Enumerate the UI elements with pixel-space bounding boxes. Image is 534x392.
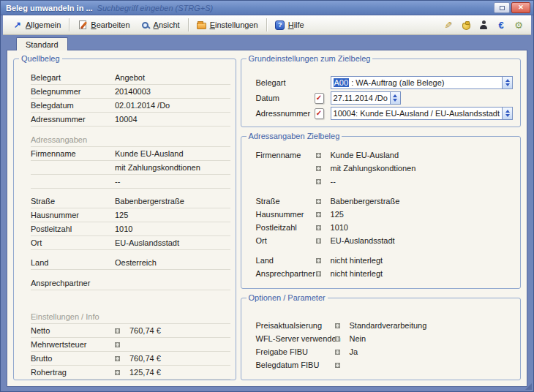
pen-icon[interactable]: ✎ xyxy=(443,20,454,30)
menu-hilfe[interactable]: ? Hilfe xyxy=(270,18,309,32)
grid-bullet-icon xyxy=(335,363,340,368)
field-row: FirmennameKunde EU-Ausland xyxy=(31,147,230,161)
toolbar-separator xyxy=(266,18,267,31)
grid-bullet-icon xyxy=(316,271,321,276)
field-label: Ort xyxy=(256,236,316,245)
datum-row: Datum ✓ 27.11.2014 /Do xyxy=(256,91,514,105)
field-row: StraßeBabenbergerstraße xyxy=(256,195,514,208)
field-label: Straße xyxy=(256,197,316,206)
field-row: Belegdatum02.01.2014 /Do xyxy=(31,99,230,113)
window-buttons: ✕ xyxy=(494,2,530,13)
close-button[interactable]: ✕ xyxy=(511,2,530,13)
folder-icon xyxy=(197,20,207,30)
field-label: Ansprechpartner xyxy=(256,269,316,278)
groupbox-legend: Grundeinstellungen zum Zielbeleg xyxy=(247,54,373,63)
euro-icon[interactable]: € xyxy=(496,20,506,30)
field-value: EU-Auslandsstadt xyxy=(331,236,514,245)
field-row: Adressnummer10004 xyxy=(31,113,230,127)
spinner-button[interactable] xyxy=(390,92,400,104)
field-row: Hausnummer125 xyxy=(31,208,230,222)
field-row: Belegdatum FIBU xyxy=(256,358,514,372)
field-value: Babenbergerstraße xyxy=(115,197,230,206)
field-row: LandOesterreich xyxy=(31,256,230,270)
gear-icon[interactable]: ⚙ xyxy=(514,20,524,30)
grid-bullet-icon xyxy=(316,212,321,217)
right-column: Grundeinstellungen zum Zielbeleg Belegar… xyxy=(241,55,521,380)
field-value: 20140003 xyxy=(115,87,230,96)
belegart-dropdown[interactable]: A00 : WA-Auftrag (alle Belege) xyxy=(331,76,513,89)
field-label: Ansprechpartner xyxy=(31,279,115,287)
override-check-icon[interactable]: ✓ xyxy=(315,93,324,104)
field-value: 1010 xyxy=(115,225,230,233)
menu-label: Allgemein xyxy=(26,20,61,29)
override-check-icon[interactable]: ✓ xyxy=(315,108,324,119)
field-label: Preisaktualsierung xyxy=(256,321,335,330)
spinner-button[interactable] xyxy=(502,108,512,119)
grid-bullet-icon xyxy=(335,323,340,328)
field-row: Postleitzahl1010 xyxy=(256,221,514,234)
magnifier-icon xyxy=(140,20,151,30)
spinner-button[interactable] xyxy=(502,77,512,88)
field-label: Adressnummer xyxy=(256,109,315,118)
field-label: Belegart xyxy=(256,78,315,87)
grid-bullet-icon xyxy=(316,153,321,158)
field-row: OrtEU-Auslandsstadt xyxy=(31,236,230,250)
field-row: -- xyxy=(31,175,230,189)
field-value: nicht hinterlegt xyxy=(331,256,514,265)
money-bag-icon[interactable] xyxy=(461,20,471,30)
search-hint: Suchbegriff eingeben (STRG+S) xyxy=(97,4,494,12)
field-value: 125 xyxy=(115,211,230,219)
grid-bullet-icon xyxy=(335,336,340,342)
menu-allgemein[interactable]: ↗ Allgemein xyxy=(7,18,66,32)
datum-dropdown[interactable]: 27.11.2014 /Do xyxy=(331,91,401,105)
contact-person-icon[interactable] xyxy=(478,20,489,30)
field-label: Ort xyxy=(31,238,115,247)
field-row: -- xyxy=(256,175,514,188)
field-label: Postleitzahl xyxy=(256,223,316,232)
groupbox-quellbeleg: Quellbeleg BelegartAngebot Belegnummer20… xyxy=(13,59,236,380)
grid-bullet-icon xyxy=(115,342,120,347)
section-row: Adressangaben xyxy=(31,133,230,147)
field-row: WFL-Server verwendenNein xyxy=(256,332,514,345)
tab-standard[interactable]: Standard xyxy=(16,37,68,50)
section-label: Adressangaben xyxy=(31,135,87,144)
adressnummer-dropdown[interactable]: 10004: Kunde EU-Ausland / EU-Auslandssta… xyxy=(331,107,513,120)
field-row: OrtEU-Auslandsstadt xyxy=(256,234,514,247)
grid-bullet-icon xyxy=(115,356,120,361)
field-row: Rohertrag125,74 € xyxy=(31,366,230,380)
grid-bullet-icon xyxy=(316,199,321,204)
field-row: Landnicht hinterlegt xyxy=(256,254,514,267)
field-label: Hausnummer xyxy=(31,211,115,219)
down-arrow-icon xyxy=(505,83,510,86)
field-label: Firmenname xyxy=(256,151,316,159)
restore-icon xyxy=(500,6,505,10)
field-row: Belegnummer20140003 xyxy=(31,85,230,99)
restore-button[interactable] xyxy=(494,2,510,13)
field-row: Ansprechpartner xyxy=(31,276,230,290)
section-label: Einstellungen / Info xyxy=(31,312,99,321)
field-value: 10004 xyxy=(115,115,230,124)
menu-bearbeiten[interactable]: Bearbeiten xyxy=(72,18,135,32)
field-value: Ja xyxy=(350,347,514,356)
field-value: Kunde EU-Ausland xyxy=(331,151,514,159)
field-row: PreisaktualsierungStandardverarbeitung xyxy=(256,319,514,332)
menu-ansicht[interactable]: Ansicht xyxy=(135,18,185,32)
groupbox-grundeinstellungen: Grundeinstellungen zum Zielbeleg Belegar… xyxy=(241,59,521,127)
field-label: Hausnummer xyxy=(256,210,316,219)
field-row: Hausnummer125 xyxy=(256,208,514,221)
grid-bullet-icon xyxy=(316,258,321,263)
field-value: nicht hinterlegt xyxy=(331,269,514,278)
grid-bullet-icon xyxy=(115,370,120,375)
field-value: EU-Auslandsstadt xyxy=(115,238,230,247)
up-arrow-icon xyxy=(393,94,397,97)
field-row: BelegartAngebot xyxy=(31,71,230,85)
field-label: Postleitzahl xyxy=(31,225,115,233)
field-value: 760,74 € xyxy=(129,354,230,363)
close-icon: ✕ xyxy=(518,4,524,11)
field-value: 125 xyxy=(331,210,514,219)
groupbox-optionen-parameter: Optionen / Parameter PreisaktualsierungS… xyxy=(241,298,521,380)
field-label: Freigabe FIBU xyxy=(256,347,335,356)
field-label: Netto xyxy=(31,326,115,335)
menu-einstellungen[interactable]: Einstellungen xyxy=(192,18,263,32)
field-value: 125,74 € xyxy=(129,368,230,377)
